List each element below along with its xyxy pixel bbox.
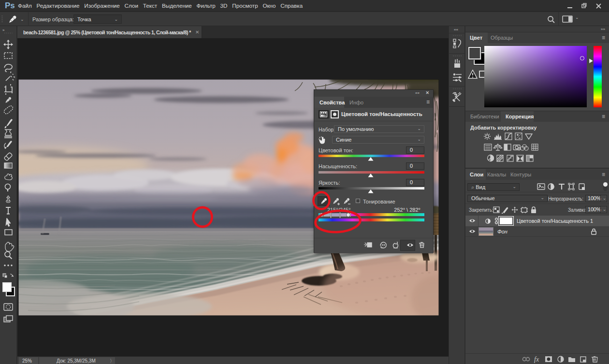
svg-text:fx: fx bbox=[534, 356, 539, 363]
